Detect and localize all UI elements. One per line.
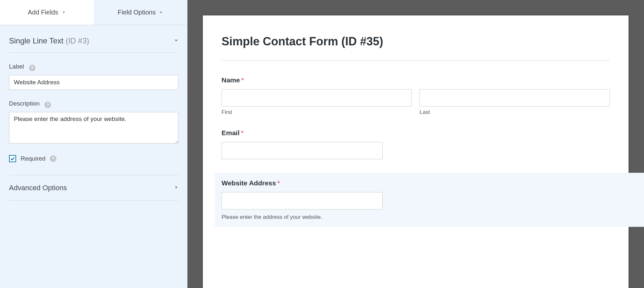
field-name-label: Name* <box>222 76 610 84</box>
required-checkbox[interactable] <box>9 155 16 162</box>
app-root: Add Fields Field Options Single Line Tex… <box>0 0 644 288</box>
help-icon[interactable]: ? <box>44 102 51 108</box>
form-preview: Simple Contact Form (ID #35) Name* First… <box>203 15 629 288</box>
tabs: Add Fields Field Options <box>0 0 187 25</box>
field-type-title: Single Line Text (ID #3) <box>9 36 89 45</box>
required-star: * <box>241 76 244 84</box>
description-input[interactable] <box>9 112 178 144</box>
label-input[interactable] <box>9 75 178 90</box>
label-text: Website Address <box>222 179 276 187</box>
name-row: First Last <box>222 89 610 116</box>
required-row: Required ? <box>9 155 178 162</box>
label-text: Name <box>222 76 240 84</box>
field-id-label: (ID #3) <box>66 36 89 45</box>
chevron-down-icon <box>174 38 178 44</box>
website-input[interactable] <box>222 192 383 209</box>
name-first-col: First <box>222 89 412 116</box>
field-website-description: Please enter the address of your website… <box>222 214 610 220</box>
label-text: Email <box>222 129 240 136</box>
options-panel: Single Line Text (ID #3) Label ? Descrip… <box>0 25 187 201</box>
website-input-wrap <box>222 192 383 209</box>
field-name[interactable]: Name* First Last <box>222 76 610 116</box>
email-input[interactable] <box>222 142 383 159</box>
required-star: * <box>241 129 243 136</box>
help-icon[interactable]: ? <box>50 155 56 162</box>
field-email-label: Email* <box>222 129 610 137</box>
field-email[interactable]: Email* <box>222 129 610 159</box>
tab-add-fields-label: Add Fields <box>28 9 58 16</box>
option-description-block: Description ? <box>9 100 178 145</box>
last-name-input[interactable] <box>420 89 610 107</box>
label-text: Label <box>9 63 24 70</box>
tab-field-options[interactable]: Field Options <box>94 0 187 25</box>
first-name-sublabel: First <box>222 109 412 116</box>
description-field-label: Description ? <box>9 100 178 108</box>
option-required-block: Required ? <box>9 155 178 162</box>
description-label-text: Description <box>9 100 40 107</box>
required-label: Required <box>21 155 45 162</box>
advanced-options-title: Advanced Options <box>9 184 67 192</box>
preview-area: Simple Contact Form (ID #35) Name* First… <box>187 0 644 288</box>
label-field-label: Label ? <box>9 63 178 71</box>
option-label-block: Label ? <box>9 63 178 90</box>
help-icon[interactable]: ? <box>29 65 35 71</box>
field-type-header[interactable]: Single Line Text (ID #3) <box>9 36 178 53</box>
form-title: Simple Contact Form (ID #35) <box>222 35 610 61</box>
email-input-wrap <box>222 142 383 159</box>
tab-add-fields[interactable]: Add Fields <box>0 0 94 25</box>
last-name-sublabel: Last <box>420 109 610 116</box>
field-website-address[interactable]: Website Address* Please enter the addres… <box>215 173 644 227</box>
first-name-input[interactable] <box>222 89 412 107</box>
tab-field-options-label: Field Options <box>118 9 156 16</box>
chevron-down-icon <box>159 9 163 16</box>
required-star: * <box>277 179 280 187</box>
chevron-right-icon <box>62 9 66 16</box>
advanced-options-toggle[interactable]: Advanced Options <box>9 175 178 201</box>
field-type-name: Single Line Text <box>9 36 63 45</box>
chevron-right-icon <box>174 185 178 191</box>
sidebar: Add Fields Field Options Single Line Tex… <box>0 0 187 288</box>
field-website-label: Website Address* <box>222 179 610 187</box>
name-last-col: Last <box>420 89 610 116</box>
